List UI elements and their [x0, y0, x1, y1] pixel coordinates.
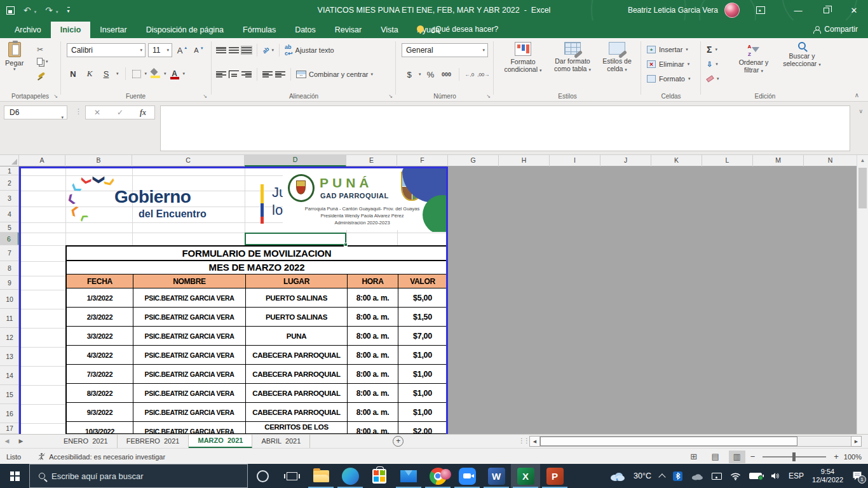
scroll-up-icon[interactable]: ▲ [857, 155, 868, 166]
cell[interactable]: $1,00 [398, 345, 447, 364]
battery-icon[interactable] [749, 473, 762, 479]
cell[interactable]: 2/3/2022 [67, 307, 133, 326]
font-color-icon[interactable]: A [170, 69, 179, 79]
cell[interactable]: 4/3/2022 [67, 345, 133, 364]
header-cell[interactable]: FECHA [67, 274, 133, 288]
form-subtitle[interactable]: MES DE MARZO 2022 [67, 261, 447, 274]
scroll-right-icon[interactable]: ▶ [851, 436, 862, 447]
dialog-launcher-icon[interactable]: ↘ [203, 93, 207, 99]
cut-button[interactable]: ✂ [37, 43, 48, 55]
header-cell[interactable]: HORA [347, 274, 398, 288]
row-header[interactable]: 8 [0, 261, 19, 276]
column-header[interactable]: H [499, 155, 550, 166]
column-header[interactable]: M [753, 155, 804, 166]
fill-color-icon[interactable] [151, 69, 160, 78]
select-all-corner[interactable] [0, 155, 19, 166]
cell[interactable]: PSIC.BEATRIZ GARCIA VERA [133, 364, 245, 383]
cancel-entry-icon[interactable]: ✕ [94, 108, 100, 117]
cell[interactable]: 8/3/2022 [67, 383, 133, 402]
chrome-button[interactable] [423, 464, 452, 488]
cell[interactable]: PSIC.BEATRIZ GARCIA VERA [133, 402, 245, 421]
header-cell[interactable]: VALOR [398, 274, 447, 288]
close-button[interactable]: ✕ [840, 0, 868, 20]
tab-vista[interactable]: Vista [371, 22, 408, 38]
cell[interactable]: PUERTO SALINAS [245, 288, 347, 307]
tab-insertar[interactable]: Insertar [90, 22, 136, 38]
form-title[interactable]: FORMULARIO DE MOVILIZACION [67, 247, 447, 261]
cell[interactable]: 8:00 a. m. [347, 345, 398, 364]
cell[interactable]: CABECERA PARROQUIAL [245, 383, 347, 402]
row-header[interactable]: 2 [0, 175, 19, 191]
align-bottom-button[interactable] [241, 46, 252, 54]
dialog-launcher-icon[interactable]: ↘ [388, 93, 393, 99]
align-top-button[interactable] [216, 46, 226, 54]
zoom-slider-thumb[interactable] [792, 452, 796, 461]
row-header[interactable]: 10 [0, 290, 19, 309]
find-select-button[interactable]: Buscar y seleccionar ▾ [776, 42, 827, 69]
row-header[interactable]: 9 [0, 276, 19, 290]
tab-disposicion[interactable]: Disposición de página [137, 22, 233, 38]
copy-button[interactable]: ▾ [37, 55, 48, 67]
cell[interactable]: $1,50 [398, 307, 447, 326]
header-cell[interactable]: NOMBRE [133, 274, 245, 288]
vertical-scroll-thumb[interactable] [858, 168, 867, 208]
decrease-font-button[interactable]: A▼ [193, 43, 205, 57]
weather-icon[interactable] [610, 471, 625, 481]
cell[interactable]: $5,00 [398, 288, 447, 307]
row-header[interactable]: 4 [0, 207, 19, 222]
delete-cells-button[interactable]: ✕ Eliminar▾ [647, 58, 689, 71]
increase-indent-button[interactable] [275, 71, 285, 78]
row-header[interactable]: 17 [0, 423, 19, 434]
decrease-decimal-button[interactable]: ,00→ [477, 72, 489, 78]
horizontal-scroll-thumb[interactable] [540, 437, 797, 446]
cell[interactable]: PSIC.BEATRIZ GARCIA VERA [133, 345, 245, 364]
cell[interactable]: $1,00 [398, 402, 447, 421]
percent-format-button[interactable]: % [424, 67, 437, 81]
accessibility-status[interactable]: Accesibilidad: es necesario investigar [37, 452, 165, 461]
confirm-entry-icon[interactable]: ✓ [117, 108, 123, 117]
paste-button[interactable]: Pegar ▾ [5, 42, 24, 72]
row-header[interactable]: 16 [0, 404, 19, 423]
cell[interactable]: 1/3/2022 [67, 288, 133, 307]
vertical-scrollbar[interactable]: ▲ [857, 155, 868, 434]
tab-scrollbar-divider[interactable]: ⋮⋮ [519, 437, 529, 444]
format-cells-button[interactable]: Formato▾ [647, 72, 690, 85]
zoom-slider[interactable] [763, 456, 826, 458]
tab-archivo[interactable]: Archivo [5, 22, 51, 38]
collapse-ribbon-icon[interactable]: ∧ [855, 92, 859, 98]
orientation-icon[interactable]: ab [261, 46, 270, 55]
underline-dropdown-icon[interactable]: ▾ [116, 71, 119, 76]
tab-formulas[interactable]: Fórmulas [233, 22, 285, 38]
dialog-launcher-icon[interactable]: ↘ [486, 93, 491, 99]
bold-button[interactable]: N [67, 67, 79, 81]
cell[interactable]: PSIC.BEATRIZ GARCIA VERA [133, 288, 245, 307]
row-header[interactable]: 3 [0, 191, 19, 207]
sheet-tab-enero[interactable]: ENERO 2021 [55, 435, 118, 448]
row-header[interactable]: 1 [0, 166, 19, 175]
column-header[interactable]: C [132, 155, 245, 166]
connect-display-icon[interactable] [712, 473, 722, 480]
temperature[interactable]: 30°C [634, 471, 651, 480]
expand-formula-bar-icon[interactable]: ∨ [858, 108, 863, 114]
page-break-view-button[interactable]: ▥ [729, 451, 745, 463]
cell[interactable]: PSIC.BEATRIZ GARCIA VERA [133, 307, 245, 326]
font-size-select[interactable]: 11▾ [148, 43, 172, 57]
conditional-formatting-button[interactable]: Formato condicional ▾ [498, 42, 548, 74]
row-header[interactable]: 5 [0, 222, 19, 233]
cell[interactable]: CABECERA PARROQUIAL [245, 364, 347, 383]
currency-format-button[interactable]: $ [403, 67, 416, 81]
cell[interactable]: $1,00 [398, 364, 447, 383]
word-button[interactable]: W [482, 464, 511, 488]
currency-dropdown-icon[interactable]: ▾ [419, 72, 421, 77]
formula-input[interactable] [160, 105, 850, 151]
column-header[interactable]: K [651, 155, 702, 166]
action-center-button[interactable]: 1 [851, 471, 863, 481]
cell[interactable]: CABECERA PARROQUIAL [245, 345, 347, 364]
column-header[interactable]: A [19, 155, 65, 166]
edge-button[interactable] [336, 464, 365, 488]
task-view-button[interactable] [277, 464, 306, 488]
merge-dropdown-icon[interactable]: ▾ [371, 72, 374, 77]
taskbar-clock[interactable]: 9:54 12/4/2022 [812, 468, 843, 484]
cell[interactable]: 8:00 a. m. [347, 383, 398, 402]
cell[interactable]: 8:00 a. m. [347, 421, 398, 433]
